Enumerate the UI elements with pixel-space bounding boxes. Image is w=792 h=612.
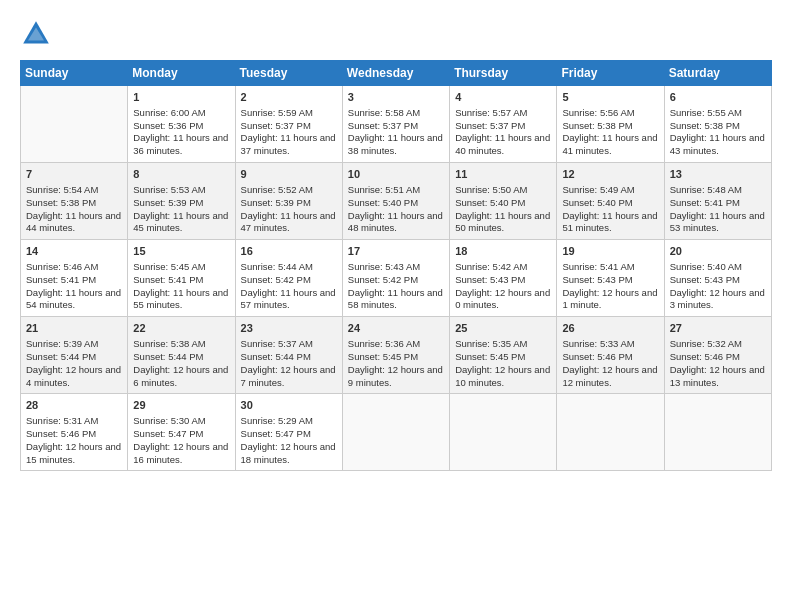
day-number: 6 bbox=[670, 90, 766, 105]
sunrise: Sunrise: 5:35 AM bbox=[455, 338, 551, 351]
daylight: Daylight: 11 hours and 51 minutes. bbox=[562, 210, 658, 236]
cell-content: 9Sunrise: 5:52 AMSunset: 5:39 PMDaylight… bbox=[241, 167, 337, 235]
cell-content: 17Sunrise: 5:43 AMSunset: 5:42 PMDayligh… bbox=[348, 244, 444, 312]
calendar-cell: 7Sunrise: 5:54 AMSunset: 5:38 PMDaylight… bbox=[21, 163, 128, 240]
calendar-cell bbox=[21, 86, 128, 163]
daylight: Daylight: 12 hours and 3 minutes. bbox=[670, 287, 766, 313]
daylight: Daylight: 12 hours and 13 minutes. bbox=[670, 364, 766, 390]
cell-content: 29Sunrise: 5:30 AMSunset: 5:47 PMDayligh… bbox=[133, 398, 229, 466]
sunrise: Sunrise: 5:46 AM bbox=[26, 261, 122, 274]
cell-content: 30Sunrise: 5:29 AMSunset: 5:47 PMDayligh… bbox=[241, 398, 337, 466]
cell-content: 19Sunrise: 5:41 AMSunset: 5:43 PMDayligh… bbox=[562, 244, 658, 312]
calendar-cell: 30Sunrise: 5:29 AMSunset: 5:47 PMDayligh… bbox=[235, 394, 342, 471]
calendar-cell: 14Sunrise: 5:46 AMSunset: 5:41 PMDayligh… bbox=[21, 240, 128, 317]
daylight: Daylight: 12 hours and 9 minutes. bbox=[348, 364, 444, 390]
sunset: Sunset: 5:38 PM bbox=[670, 120, 766, 133]
cell-content: 15Sunrise: 5:45 AMSunset: 5:41 PMDayligh… bbox=[133, 244, 229, 312]
calendar-cell: 28Sunrise: 5:31 AMSunset: 5:46 PMDayligh… bbox=[21, 394, 128, 471]
sunrise: Sunrise: 5:38 AM bbox=[133, 338, 229, 351]
sunset: Sunset: 5:40 PM bbox=[455, 197, 551, 210]
sunrise: Sunrise: 5:51 AM bbox=[348, 184, 444, 197]
sunrise: Sunrise: 5:31 AM bbox=[26, 415, 122, 428]
daylight: Daylight: 12 hours and 4 minutes. bbox=[26, 364, 122, 390]
day-number: 4 bbox=[455, 90, 551, 105]
sunrise: Sunrise: 5:58 AM bbox=[348, 107, 444, 120]
cell-content: 12Sunrise: 5:49 AMSunset: 5:40 PMDayligh… bbox=[562, 167, 658, 235]
weekday-tuesday: Tuesday bbox=[235, 61, 342, 86]
calendar-cell: 6Sunrise: 5:55 AMSunset: 5:38 PMDaylight… bbox=[664, 86, 771, 163]
day-number: 1 bbox=[133, 90, 229, 105]
sunrise: Sunrise: 5:36 AM bbox=[348, 338, 444, 351]
cell-content: 14Sunrise: 5:46 AMSunset: 5:41 PMDayligh… bbox=[26, 244, 122, 312]
daylight: Daylight: 11 hours and 58 minutes. bbox=[348, 287, 444, 313]
week-row-2: 7Sunrise: 5:54 AMSunset: 5:38 PMDaylight… bbox=[21, 163, 772, 240]
sunset: Sunset: 5:45 PM bbox=[348, 351, 444, 364]
cell-content: 8Sunrise: 5:53 AMSunset: 5:39 PMDaylight… bbox=[133, 167, 229, 235]
cell-content: 27Sunrise: 5:32 AMSunset: 5:46 PMDayligh… bbox=[670, 321, 766, 389]
sunset: Sunset: 5:36 PM bbox=[133, 120, 229, 133]
cell-content: 21Sunrise: 5:39 AMSunset: 5:44 PMDayligh… bbox=[26, 321, 122, 389]
sunset: Sunset: 5:41 PM bbox=[670, 197, 766, 210]
sunset: Sunset: 5:43 PM bbox=[562, 274, 658, 287]
calendar-cell: 10Sunrise: 5:51 AMSunset: 5:40 PMDayligh… bbox=[342, 163, 449, 240]
day-number: 23 bbox=[241, 321, 337, 336]
cell-content: 24Sunrise: 5:36 AMSunset: 5:45 PMDayligh… bbox=[348, 321, 444, 389]
daylight: Daylight: 11 hours and 37 minutes. bbox=[241, 132, 337, 158]
day-number: 3 bbox=[348, 90, 444, 105]
calendar-cell: 22Sunrise: 5:38 AMSunset: 5:44 PMDayligh… bbox=[128, 317, 235, 394]
cell-content: 11Sunrise: 5:50 AMSunset: 5:40 PMDayligh… bbox=[455, 167, 551, 235]
logo bbox=[20, 18, 56, 50]
calendar-cell: 25Sunrise: 5:35 AMSunset: 5:45 PMDayligh… bbox=[450, 317, 557, 394]
weekday-friday: Friday bbox=[557, 61, 664, 86]
day-number: 7 bbox=[26, 167, 122, 182]
day-number: 15 bbox=[133, 244, 229, 259]
sunrise: Sunrise: 5:59 AM bbox=[241, 107, 337, 120]
sunrise: Sunrise: 5:32 AM bbox=[670, 338, 766, 351]
daylight: Daylight: 11 hours and 44 minutes. bbox=[26, 210, 122, 236]
cell-content: 23Sunrise: 5:37 AMSunset: 5:44 PMDayligh… bbox=[241, 321, 337, 389]
calendar-cell: 21Sunrise: 5:39 AMSunset: 5:44 PMDayligh… bbox=[21, 317, 128, 394]
day-number: 18 bbox=[455, 244, 551, 259]
calendar-cell: 2Sunrise: 5:59 AMSunset: 5:37 PMDaylight… bbox=[235, 86, 342, 163]
calendar-cell: 16Sunrise: 5:44 AMSunset: 5:42 PMDayligh… bbox=[235, 240, 342, 317]
cell-content: 16Sunrise: 5:44 AMSunset: 5:42 PMDayligh… bbox=[241, 244, 337, 312]
sunrise: Sunrise: 5:54 AM bbox=[26, 184, 122, 197]
day-number: 21 bbox=[26, 321, 122, 336]
sunset: Sunset: 5:40 PM bbox=[562, 197, 658, 210]
day-number: 14 bbox=[26, 244, 122, 259]
week-row-4: 21Sunrise: 5:39 AMSunset: 5:44 PMDayligh… bbox=[21, 317, 772, 394]
sunset: Sunset: 5:42 PM bbox=[241, 274, 337, 287]
sunrise: Sunrise: 5:33 AM bbox=[562, 338, 658, 351]
calendar-cell: 26Sunrise: 5:33 AMSunset: 5:46 PMDayligh… bbox=[557, 317, 664, 394]
calendar-cell: 5Sunrise: 5:56 AMSunset: 5:38 PMDaylight… bbox=[557, 86, 664, 163]
daylight: Daylight: 12 hours and 18 minutes. bbox=[241, 441, 337, 467]
sunset: Sunset: 5:44 PM bbox=[26, 351, 122, 364]
weekday-sunday: Sunday bbox=[21, 61, 128, 86]
daylight: Daylight: 12 hours and 7 minutes. bbox=[241, 364, 337, 390]
day-number: 2 bbox=[241, 90, 337, 105]
logo-icon bbox=[20, 18, 52, 50]
weekday-header-row: SundayMondayTuesdayWednesdayThursdayFrid… bbox=[21, 61, 772, 86]
sunrise: Sunrise: 5:56 AM bbox=[562, 107, 658, 120]
calendar-cell: 12Sunrise: 5:49 AMSunset: 5:40 PMDayligh… bbox=[557, 163, 664, 240]
calendar-cell bbox=[664, 394, 771, 471]
sunrise: Sunrise: 5:39 AM bbox=[26, 338, 122, 351]
daylight: Daylight: 11 hours and 55 minutes. bbox=[133, 287, 229, 313]
calendar-cell: 27Sunrise: 5:32 AMSunset: 5:46 PMDayligh… bbox=[664, 317, 771, 394]
sunset: Sunset: 5:43 PM bbox=[455, 274, 551, 287]
sunrise: Sunrise: 5:50 AM bbox=[455, 184, 551, 197]
sunset: Sunset: 5:41 PM bbox=[26, 274, 122, 287]
sunrise: Sunrise: 5:57 AM bbox=[455, 107, 551, 120]
calendar-cell: 8Sunrise: 5:53 AMSunset: 5:39 PMDaylight… bbox=[128, 163, 235, 240]
sunset: Sunset: 5:46 PM bbox=[562, 351, 658, 364]
daylight: Daylight: 11 hours and 50 minutes. bbox=[455, 210, 551, 236]
day-number: 24 bbox=[348, 321, 444, 336]
calendar-cell: 19Sunrise: 5:41 AMSunset: 5:43 PMDayligh… bbox=[557, 240, 664, 317]
sunrise: Sunrise: 5:48 AM bbox=[670, 184, 766, 197]
cell-content: 25Sunrise: 5:35 AMSunset: 5:45 PMDayligh… bbox=[455, 321, 551, 389]
day-number: 26 bbox=[562, 321, 658, 336]
calendar-cell: 4Sunrise: 5:57 AMSunset: 5:37 PMDaylight… bbox=[450, 86, 557, 163]
weekday-monday: Monday bbox=[128, 61, 235, 86]
sunrise: Sunrise: 6:00 AM bbox=[133, 107, 229, 120]
sunrise: Sunrise: 5:30 AM bbox=[133, 415, 229, 428]
